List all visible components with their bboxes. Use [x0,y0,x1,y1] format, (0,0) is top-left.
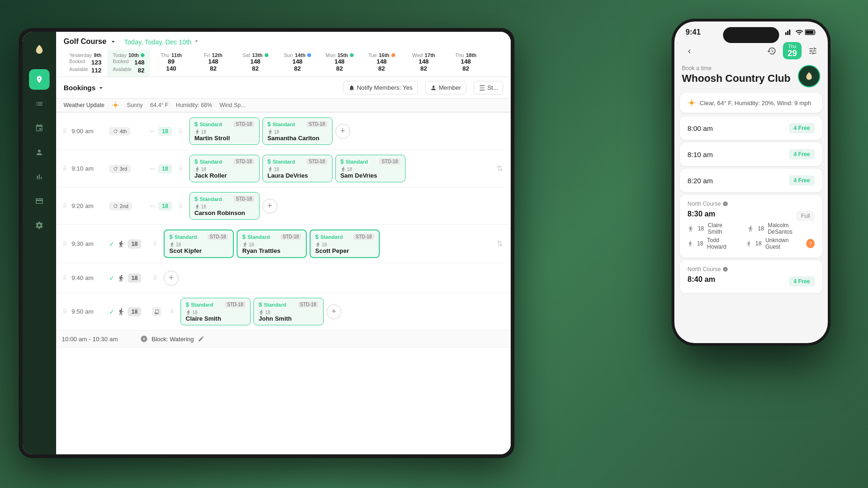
sidebar-item-pin[interactable] [29,69,50,90]
slot-info-920: 2nd [109,202,146,210]
sidebar-item-calendar[interactable] [29,118,50,138]
date-col-mon15[interactable]: Mon 15th 148 82 [318,50,361,77]
booking-carson-robinson[interactable]: $ Standard STD-18 18 Carson Robinson [189,192,260,220]
start-label: St... [487,84,498,91]
drag-handle2-950[interactable]: ⠿ [169,308,175,316]
holes-920: 18 [158,201,172,211]
resize-910[interactable]: ⇅ [494,164,505,173]
weather-condition: Sunny [127,102,143,108]
holes-900-1: 18 [201,129,206,135]
phone-slot-830[interactable]: North Course 8:30 am Full 18 Claire Smit… [680,195,822,258]
header-top: Golf Course Today, Today, Dec 10th [56,32,511,50]
back-button[interactable]: ‹ [682,43,697,58]
date-col-thu18[interactable]: Thu 18th 148 82 [445,50,487,77]
booking-sam-devries[interactable]: $ Standard STD-18 18 Sam DeVries [335,155,405,182]
drag-handle2-930[interactable]: ⠿ [152,240,158,248]
weather-wind: Wind Sp... [219,102,245,108]
dropdown-icon [109,38,117,45]
booking-code-930-2: STD-18 [281,234,301,240]
add-booking-940[interactable]: + [164,271,179,286]
thu11-booked: 89 [156,58,187,65]
edit-block-icon[interactable] [198,336,204,342]
golfer-name-4: Unknown Guest [765,237,801,250]
tue16-dot [391,53,395,57]
phone-slot-820[interactable]: 8:20 am 4 Free [680,169,822,192]
phone-screen: 9:41 ‹ [674,22,828,343]
booking-name-900-2: Samantha Carlton [268,135,327,142]
svg-rect-1 [787,31,788,35]
drag-handle-940[interactable]: ⠿ [62,274,68,282]
booking-name-910-3: Sam DeVries [340,172,400,179]
booking-scot-kipfer[interactable]: $ Standard STD-18 18 Scot Kipfer [164,230,234,258]
holes-910-1: 18 [201,167,206,172]
history-button[interactable] [764,43,779,58]
sidebar-item-settings[interactable] [29,215,50,236]
phone-course-header-830: North Course [687,201,815,207]
drag-handle-920[interactable]: ⠿ [62,202,68,210]
holes-950-1: 18 [192,310,197,315]
club-header: Book a time Whoosh Country Club [674,63,828,93]
drag-handle-910[interactable]: ⠿ [62,165,68,173]
booking-martin-stroll[interactable]: $ Standard STD-18 18 Martin Stroll [189,117,260,145]
start-button[interactable]: St... [474,81,503,94]
booking-jack-roller[interactable]: $ Standard STD-18 18 Jack Roller [189,155,260,182]
date-col-sun14[interactable]: Sun 14th 148 82 [276,50,318,77]
bookings-row-920: $ Standard STD-18 18 Carson Robinson [189,192,505,220]
booking-scott-peper[interactable]: $ Standard STD-18 18 Scott Peper [310,230,380,258]
booking-type-930-3: $ Standard [315,233,343,240]
drag-handle-950[interactable]: ⠿ [62,308,68,316]
sidebar-item-person[interactable] [29,142,50,163]
booking-john-smith[interactable]: $ Standard STD-18 18 John Smith [253,298,324,325]
resize-930[interactable]: ⇅ [494,239,505,248]
booking-samantha-carlton[interactable]: $ Standard STD-18 18 Samantha Carlton [262,117,333,145]
date-badge[interactable]: Thu 29 [783,42,802,59]
booking-name-910-2: Laura DeVries [268,172,327,179]
member-button[interactable]: Member [425,81,466,94]
drag-handle2-910[interactable]: ⠿ [178,165,184,173]
drag-handle-930[interactable]: ⠿ [62,240,68,248]
today-dot [141,53,145,57]
info-icon-840 [723,266,728,272]
date-col-tue16[interactable]: Tue 16th 148 82 [361,50,403,77]
tue16-booked: 148 [366,58,397,65]
date-col-fri12[interactable]: Fri 12th 148 82 [192,50,234,77]
phone-slot-800[interactable]: 8:00 am 4 Free [680,116,822,140]
phone-slot-840[interactable]: North Course 8:40 am 4 Free [680,260,822,293]
refresh-icon-910 [113,166,118,172]
wed17-booked: 148 [408,58,439,65]
date-col-yesterday[interactable]: Yesterday 9th Booked 123 Available 112 [64,50,107,77]
refresh-icon-920 [113,203,118,209]
booking-claire-smith[interactable]: $ Standard STD-18 18 Claire Smith [181,298,251,325]
date-selector[interactable]: Today, Today, Dec 10th [124,38,200,46]
date-col-sat13[interactable]: Sat 13th 148 82 [234,50,276,77]
course-selector[interactable]: Golf Course [64,37,117,46]
phone-scroll-content[interactable]: Clear, 64° F, Humidity: 20%, Wind: 9 mph… [674,93,828,321]
notify-members-button[interactable]: Notify Members: Yes [343,81,418,94]
walk-icon-900-2 [268,129,273,135]
date-col-thu11[interactable]: Thu 11th 89 140 [150,50,192,77]
drag-handle-900[interactable]: ⠿ [62,127,68,136]
sidebar-item-chart[interactable] [29,166,50,187]
add-booking-900[interactable]: + [335,124,350,139]
phone-slot-810[interactable]: 8:10 am 4 Free [680,143,822,166]
filter-button[interactable] [805,43,820,58]
holes-900-2: 18 [274,129,279,135]
booking-type-900-1: $ Standard [195,121,222,128]
booking-laura-devries[interactable]: $ Standard STD-18 18 Laura DeVries [262,155,333,182]
sidebar-item-card[interactable] [29,191,50,211]
sidebar-item-list[interactable] [29,93,50,114]
drag-handle2-900[interactable]: ⠿ [178,127,184,136]
bookings-menu-button[interactable]: Bookings [64,84,105,92]
add-booking-920[interactable]: + [262,199,277,214]
date-col-wed17[interactable]: Wed 17th 148 82 [403,50,445,77]
booking-type-920-1: $ Standard [195,195,222,202]
walk-icon-910-1 [195,166,200,172]
drag-handle2-920[interactable]: ⠿ [178,202,184,210]
booking-type-950-2: $ Standard [259,301,286,308]
booking-ryan-trattles[interactable]: $ Standard STD-18 18 Ryan Trattles [237,230,307,258]
booking-code-930-1: STD-18 [208,234,228,240]
add-booking-950[interactable]: + [326,304,341,319]
drag-handle2-940[interactable]: ⠿ [152,274,158,282]
date-col-today[interactable]: Today 10th Booked 148 Available 82 [107,50,150,77]
golfer-name-1: Claire Smith [708,222,738,235]
